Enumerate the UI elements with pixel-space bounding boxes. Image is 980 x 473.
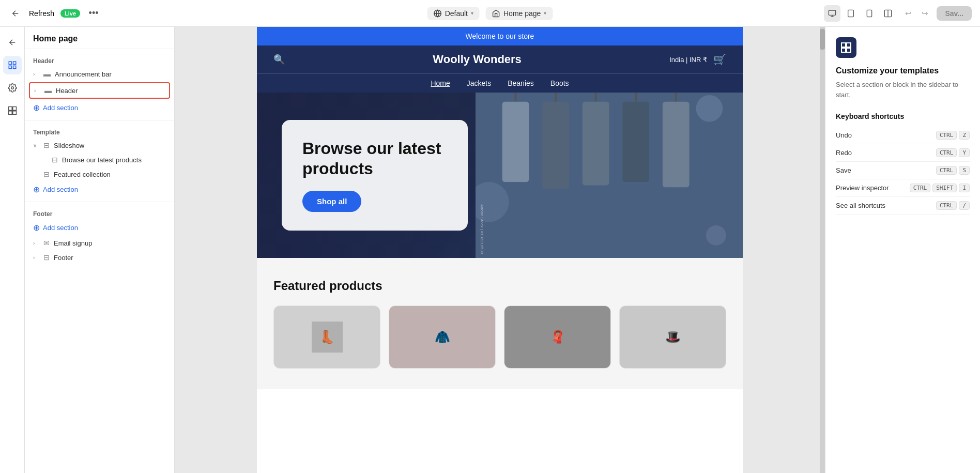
refresh-button[interactable]: Refresh: [29, 9, 54, 18]
chevron-icon: ▾: [544, 10, 546, 16]
hero-cta-button[interactable]: Shop all: [302, 191, 361, 212]
sidebar-settings-icon[interactable]: [3, 79, 22, 97]
svg-rect-27: [542, 102, 569, 189]
key-ctrl: CTRL: [936, 131, 957, 140]
svg-rect-45: [847, 48, 851, 52]
svg-rect-28: [583, 102, 609, 186]
key-ctrl: CTRL: [936, 166, 957, 175]
more-options-button[interactable]: •••: [86, 6, 101, 21]
scrollbar-thumb[interactable]: [820, 29, 825, 50]
email-signup-label: Email signup: [54, 239, 166, 247]
shortcut-save: Save CTRL S: [836, 162, 970, 179]
svg-rect-43: [847, 43, 851, 47]
footer-label: Footer: [54, 254, 166, 262]
header-add-section-button[interactable]: ⊕ Add section: [25, 100, 174, 116]
mobile-view-button[interactable]: [861, 5, 878, 22]
svg-rect-26: [502, 102, 529, 182]
template-group: Template ∨ ⊟ Slideshow ⊟ Browse our late…: [25, 125, 174, 197]
section-panel-body: Header › ▬ Announcement bar › ▬ Header ⊕…: [25, 49, 174, 473]
section-panel-title: Home page: [25, 27, 174, 49]
right-panel-description: Select a section or block in the sidebar…: [836, 80, 970, 100]
split-view-button[interactable]: [880, 5, 896, 22]
homepage-selector[interactable]: Home page ▾: [486, 7, 553, 20]
sidebar-sections-icon[interactable]: [3, 56, 22, 74]
footer-add-section-button[interactable]: ⊕ Add section: [25, 220, 174, 236]
topbar: Refresh Live ••• Default ▾ Home page ▾: [0, 0, 980, 27]
cart-icon[interactable]: 🛒: [713, 53, 726, 66]
slideshow-label: Slideshow: [54, 142, 166, 149]
shortcut-save-keys: CTRL S: [936, 166, 970, 175]
plus-icon: ⊕: [33, 185, 40, 194]
product-card[interactable]: 🧣: [504, 306, 611, 369]
shortcut-redo-keys: CTRL Y: [936, 148, 970, 157]
product-card[interactable]: 🧥: [389, 306, 496, 369]
shortcut-preview-inspector: Preview inspector CTRL SHIFT I: [836, 179, 970, 197]
nav-boots[interactable]: Boots: [550, 79, 569, 87]
shortcut-inspector-keys: CTRL SHIFT I: [910, 184, 970, 192]
key-y: Y: [959, 148, 970, 157]
add-section-label: Add section: [43, 104, 78, 112]
svg-text:🧣: 🧣: [550, 329, 565, 344]
nav-home[interactable]: Home: [431, 79, 450, 87]
svg-rect-11: [13, 62, 16, 64]
key-shift: SHIFT: [932, 184, 957, 192]
sidebar-item-email-signup[interactable]: › ✉ Email signup: [25, 236, 174, 250]
svg-text:👢: 👢: [319, 329, 335, 344]
nav-jackets[interactable]: Jackets: [467, 79, 491, 87]
tablet-view-button[interactable]: [843, 5, 859, 22]
undo-button[interactable]: ↩: [900, 6, 916, 21]
default-theme-selector[interactable]: Default ▾: [427, 7, 480, 20]
plus-icon: ⊕: [33, 223, 40, 233]
sidebar-item-browse-latest[interactable]: ⊟ Browse our latest products: [25, 152, 174, 167]
divider: [25, 202, 174, 202]
live-badge: Live: [60, 9, 80, 18]
product-card[interactable]: 👢: [273, 306, 380, 369]
search-icon[interactable]: 🔍: [273, 54, 285, 65]
sidebar-item-footer[interactable]: › ⊟ Footer: [25, 250, 174, 265]
shortcut-all-shortcuts: See all shortcuts CTRL /: [836, 197, 970, 215]
add-section-label: Add section: [43, 224, 78, 232]
nav-beanies[interactable]: Beanies: [508, 79, 534, 87]
svg-rect-17: [8, 111, 12, 115]
block-icon: ⊟: [52, 156, 58, 164]
announcement-bar-label: Announcement bar: [55, 70, 166, 78]
expand-icon: ∨: [33, 143, 39, 148]
svg-rect-18: [12, 111, 16, 115]
save-button[interactable]: Sav...: [937, 6, 972, 21]
preview-scrollbar[interactable]: [820, 27, 825, 473]
right-panel: Customize your templates Select a sectio…: [825, 27, 980, 473]
product-image: 👢: [274, 306, 380, 368]
key-ctrl: CTRL: [910, 184, 931, 192]
sidebar-item-header[interactable]: › ▬ Header: [29, 82, 170, 99]
email-icon: ✉: [43, 239, 50, 247]
product-card[interactable]: 🎩: [619, 306, 726, 369]
collection-icon: ⊟: [43, 170, 50, 178]
sidebar-apps-icon[interactable]: [3, 101, 22, 120]
shortcuts-title: Keyboard shortcuts: [836, 112, 970, 120]
back-icon[interactable]: [8, 6, 23, 21]
header-label: Header: [56, 87, 165, 95]
key-z: Z: [959, 131, 970, 140]
desktop-view-button[interactable]: [824, 5, 840, 22]
shortcut-inspector-label: Preview inspector: [836, 184, 889, 192]
region-selector[interactable]: India | INR ₹: [669, 56, 707, 64]
sidebar-back-icon[interactable]: [3, 33, 22, 52]
sidebar-item-slideshow[interactable]: ∨ ⊟ Slideshow: [25, 138, 174, 152]
shortcut-undo-keys: CTRL Z: [936, 131, 970, 140]
key-s: S: [959, 166, 970, 175]
topbar-left: Refresh Live •••: [8, 6, 818, 21]
template-add-section-button[interactable]: ⊕ Add section: [25, 181, 174, 197]
sidebar-item-announcement-bar[interactable]: › ▬ Announcement bar: [25, 67, 174, 81]
svg-point-31: [696, 95, 723, 122]
footer-icon: ⊟: [43, 253, 50, 262]
plus-icon: ⊕: [33, 103, 40, 113]
sidebar-item-featured-collection[interactable]: ⊟ Featured collection: [25, 167, 174, 181]
svg-rect-10: [9, 62, 11, 64]
store-logo: Woolly Wonders: [433, 53, 522, 66]
shortcut-undo: Undo CTRL Z: [836, 127, 970, 144]
redo-button[interactable]: ↪: [917, 6, 932, 21]
store-header: 🔍 Woolly Wonders India | INR ₹ 🛒: [257, 45, 743, 73]
store-hero: Browse our latest products Shop all: [257, 93, 743, 258]
expand-icon: ›: [34, 88, 40, 94]
shortcut-all-label: See all shortcuts: [836, 202, 885, 209]
